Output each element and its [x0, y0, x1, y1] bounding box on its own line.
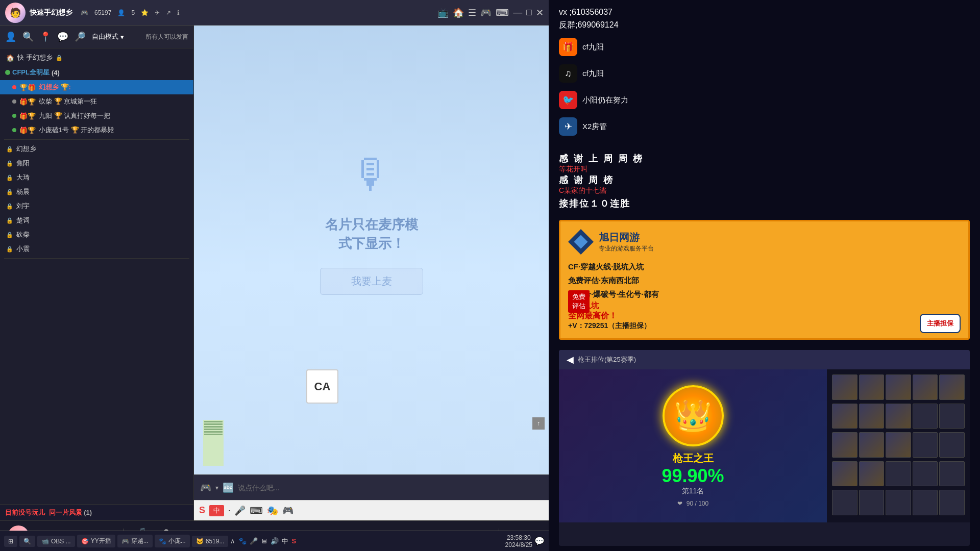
- obs-taskbar[interactable]: 📹 OBS ...: [37, 536, 75, 547]
- fan-group-info: 反群;699069124: [559, 20, 970, 31]
- platform-name-3: 小阳仍在努力: [582, 95, 628, 105]
- join-mic-button[interactable]: 我要上麦: [320, 268, 423, 295]
- sougou-input-bar: S 中 · 🎤 ⌨ 🎭 🎮: [194, 500, 549, 520]
- user-item-xiaopang[interactable]: 🎁🏆 小庞磕1号 🏆 开的都暴毙: [0, 123, 193, 137]
- user-badge-1: 🏆🎁: [19, 84, 36, 91]
- game-controller-icon[interactable]: 🎮: [200, 482, 211, 493]
- streak-text: 接排位１０连胜: [559, 197, 970, 210]
- platform-name-4: X2房管: [582, 122, 607, 132]
- top-bar-actions: 📺 🏠 ☰ 🎮 ⌨ — □ ✕: [437, 7, 544, 18]
- home-icon[interactable]: 🏠: [453, 7, 464, 18]
- locked-name-4: 杨晨: [16, 187, 30, 196]
- inv-slot: [913, 432, 938, 458]
- ad-line-1: CF·穿越火线·脱坑入坑: [568, 260, 961, 273]
- locked-channel-5[interactable]: 🔒 刘宇: [0, 199, 193, 213]
- game-icon-ime[interactable]: 🎮: [282, 505, 293, 516]
- inv-slot: [832, 461, 857, 487]
- emoji-icon[interactable]: 🎭: [267, 505, 278, 516]
- locked-channel-6[interactable]: 🔒 楚词: [0, 213, 193, 228]
- inv-slot: [832, 432, 857, 458]
- weekly-title: 感 谢 上 周 周 榜: [559, 153, 970, 165]
- rank-medal: 👑: [663, 385, 724, 446]
- voice-panel: 🎙 名片只在麦序模 式下显示！ 我要上麦: [194, 26, 549, 413]
- dropdown-icon: ▾: [215, 484, 218, 491]
- user-item-kanchai[interactable]: 🎁🏆 砍柴 🏆 京城第一狂: [0, 94, 193, 109]
- system-clock: 23:58:30 2024/8/25: [505, 534, 532, 548]
- microphone-icon: 🎙: [346, 144, 397, 205]
- locked-channel-3[interactable]: 🔒 大琦: [0, 170, 193, 185]
- mic-input-icon[interactable]: 🎤: [234, 505, 246, 516]
- tray-icon-1: 🐾: [238, 537, 247, 545]
- ime-mode-indicator[interactable]: 中: [209, 505, 224, 516]
- monitor-tray-icon: 🖥: [261, 537, 267, 545]
- locked-name-8: 小震: [16, 244, 30, 254]
- locked-channel-1[interactable]: 🔒 幻想乡: [0, 142, 193, 156]
- menu-icon[interactable]: ☰: [468, 7, 476, 18]
- crossfire-taskbar[interactable]: 🎮 穿越...: [117, 535, 153, 547]
- location-icon[interactable]: 📍: [40, 31, 51, 42]
- xiao-taskbar[interactable]: 🐾 小庞...: [155, 535, 190, 547]
- ad-logo: [568, 229, 594, 255]
- chat-icon[interactable]: 💬: [57, 31, 68, 42]
- terminal-icon[interactable]: ⌨: [496, 7, 509, 18]
- game-nav-arrow[interactable]: ◀: [567, 354, 574, 365]
- star-icon: ⭐: [141, 9, 149, 16]
- maximize-icon[interactable]: □: [526, 7, 532, 18]
- crossfire-icon: 🎮: [121, 538, 129, 545]
- chat-line: [204, 426, 223, 428]
- user-item-huangxiang[interactable]: 🏆🎁 幻想乡 🏆:: [0, 80, 193, 94]
- inv-slot: [859, 404, 885, 429]
- scroll-to-bottom-button[interactable]: ↑: [532, 417, 545, 430]
- lock-icon: 🔒: [56, 55, 63, 61]
- chat-input[interactable]: [238, 484, 543, 492]
- locked-channel-8[interactable]: 🔒 小震: [0, 242, 193, 256]
- item6519-icon: 🐱: [196, 538, 204, 545]
- lock-icon: 🔒: [6, 232, 13, 238]
- bottom-notice-area: 目前没号玩儿 同一片风景 (1): [0, 504, 193, 520]
- search-icon[interactable]: 🔎: [75, 31, 86, 42]
- main-content: 👤 🔍 📍 💬 🔎 自由模式 ▾ 所有人可以发言 🏠 快 手幻想乡 🔒: [0, 26, 549, 520]
- notification-icon[interactable]: 💬: [534, 536, 545, 546]
- channel-item-main[interactable]: 🏠 快 手幻想乡 🔒: [0, 51, 193, 65]
- rank-health: ❤ 90 / 100: [677, 500, 708, 507]
- user-count-icon: 👤: [117, 9, 125, 16]
- game-icon[interactable]: 🎮: [480, 7, 492, 18]
- minimize-icon[interactable]: —: [513, 7, 522, 18]
- user-item-jiuyang[interactable]: 🎁🏆 九阳 🏆 认真打好每一把: [0, 109, 193, 123]
- right-panel: vx ;610356037 反群;699069124 🎁 cf九阳 ♫ cf九阳…: [549, 0, 980, 551]
- expand-tray-icon[interactable]: ∧: [230, 537, 235, 545]
- inv-slot: [939, 432, 965, 458]
- inv-slot: [886, 404, 911, 429]
- inventory-area: [827, 369, 970, 522]
- status-dot: [12, 99, 16, 104]
- mode-selector[interactable]: 自由模式 ▾: [92, 32, 124, 41]
- close-icon[interactable]: ✕: [536, 7, 544, 18]
- room-id: 65197: [94, 9, 111, 16]
- item6519-taskbar[interactable]: 🐱 6519...: [192, 536, 229, 547]
- windows-icon: ⊞: [8, 538, 13, 545]
- search-taskbar[interactable]: 🔍: [19, 536, 35, 547]
- inv-slot: [886, 374, 911, 400]
- channel-group-header[interactable]: CFPL全明星 (4): [0, 65, 193, 80]
- locked-name-7: 砍柴: [16, 230, 30, 239]
- user-icon[interactable]: 👤: [5, 31, 16, 42]
- keyboard-icon[interactable]: ⌨: [250, 505, 263, 516]
- ime-tray[interactable]: 中: [282, 537, 288, 546]
- ad-line-3: 幻神号·爆破号·生化号·都有: [568, 287, 961, 301]
- translate-icon[interactable]: 🔤: [223, 482, 234, 493]
- yy-taskbar[interactable]: 🎯 YY开播: [77, 535, 115, 547]
- search-taskbar-icon: 🔍: [23, 538, 31, 545]
- platform-2: ♫ cf九阳: [559, 60, 970, 87]
- inv-slot: [886, 490, 911, 515]
- weekly-winner: C某家的十七酱: [559, 186, 970, 195]
- screen-share-icon[interactable]: 📺: [437, 7, 449, 18]
- divider-2: [4, 258, 189, 259]
- inv-slot: [832, 404, 857, 429]
- search-people-icon[interactable]: 🔍: [22, 31, 34, 42]
- chat-input-bar: 🎮 ▾ 🔤: [194, 474, 549, 500]
- inv-slot: [832, 374, 857, 400]
- locked-channel-2[interactable]: 🔒 焦阳: [0, 156, 193, 170]
- locked-channel-7[interactable]: 🔒 砍柴: [0, 228, 193, 242]
- locked-channel-4[interactable]: 🔒 杨晨: [0, 185, 193, 199]
- start-button[interactable]: ⊞: [4, 536, 17, 547]
